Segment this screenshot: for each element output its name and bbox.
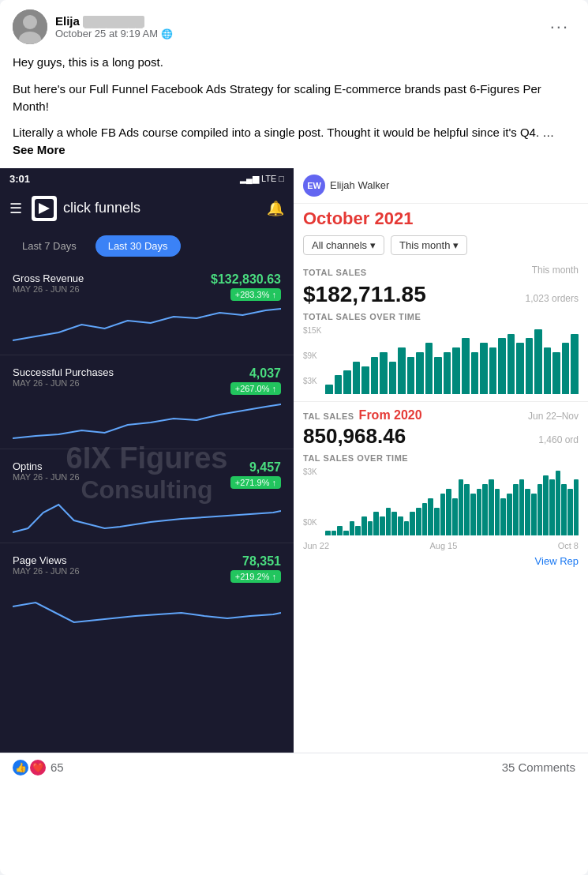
- metric-gross-revenue: Gross Revenue MAY 26 - JUN 26 $132,830.6…: [0, 265, 294, 351]
- tab-last7[interactable]: Last 7 Days: [9, 235, 89, 257]
- metric-badge: +271.9% ↑: [230, 476, 281, 489]
- see-more-button[interactable]: See More: [13, 143, 66, 156]
- user-name: Elijah Walker: [330, 179, 389, 191]
- y2-axis-label: $0K: [303, 518, 317, 527]
- user-badge: EW: [303, 175, 325, 197]
- author-name[interactable]: Elija ████████: [55, 14, 544, 28]
- bar: [574, 479, 579, 535]
- bar: [516, 343, 524, 393]
- bar: [404, 521, 410, 535]
- post-text-line2: But here's our Full Funnel Facebook Ads …: [13, 81, 575, 115]
- divider: [294, 401, 588, 402]
- metric-sublabel: MAY 26 - JUN 26: [13, 566, 80, 576]
- bar: [368, 521, 373, 535]
- more-options-button[interactable]: ···: [544, 13, 575, 40]
- chart2-label: TAL SALES OVER TIME: [294, 450, 588, 464]
- bar: [489, 479, 494, 535]
- post-header: Elija ████████ October 25 at 9:19 AM 🌐 ·…: [0, 0, 588, 51]
- status-time: 3:01: [9, 173, 30, 185]
- from2020-section-label: TAL SALES: [303, 411, 354, 421]
- bar: [498, 338, 506, 393]
- author-info: Elija ████████ October 25 at 9:19 AM 🌐: [55, 14, 544, 39]
- bar: [464, 484, 470, 535]
- metric-label: Page Views: [13, 554, 80, 566]
- avatar: [13, 9, 47, 44]
- metric-pageviews: Page Views MAY 26 - JUN 26 78,351 +219.2…: [0, 546, 294, 633]
- period-filter-button[interactable]: This month ▾: [391, 235, 467, 255]
- bar: [544, 347, 552, 394]
- reactions-left: 👍 ❤️ 65: [13, 760, 64, 775]
- metric-label: Gross Revenue: [13, 272, 84, 284]
- bar: [470, 494, 476, 535]
- bar: [452, 498, 458, 535]
- cf-logo-text: click funnels: [63, 200, 140, 216]
- bar: [416, 508, 421, 535]
- bar: [355, 526, 361, 535]
- bell-icon[interactable]: 🔔: [267, 200, 284, 217]
- comments-count[interactable]: 35 Comments: [502, 760, 575, 774]
- like-icon: 👍: [13, 760, 28, 775]
- total-sales-value: $182,711.85: [303, 282, 426, 307]
- post-text-line1: Hey guys, this is a long post.: [13, 54, 575, 71]
- metric-label: Successful Purchases: [13, 366, 114, 378]
- bar: [373, 512, 379, 535]
- bar: [571, 334, 579, 394]
- bar: [361, 366, 369, 394]
- bar: [525, 489, 530, 535]
- bar: [556, 471, 561, 535]
- bar: [500, 498, 506, 535]
- bar: [361, 516, 367, 535]
- bar: [462, 338, 470, 393]
- bar: [543, 475, 549, 535]
- bar: [440, 494, 446, 535]
- bar: [425, 343, 433, 393]
- bar: [477, 489, 482, 535]
- hamburger-icon[interactable]: ☰: [9, 200, 22, 217]
- bar: [480, 343, 488, 393]
- bar: [398, 516, 403, 535]
- reactions-bar: 👍 ❤️ 65 35 Comments: [0, 753, 588, 782]
- bar: [325, 385, 333, 394]
- clickfunnels-panel: 3:01 ▂▄▆ LTE □ ☰ click funnels 🔔: [0, 168, 294, 753]
- post-card: Elija ████████ October 25 at 9:19 AM 🌐 ·…: [0, 0, 588, 875]
- bar: [391, 512, 397, 535]
- bar: [495, 489, 500, 535]
- bar: [343, 370, 351, 393]
- bar: [398, 347, 406, 394]
- bar: [410, 512, 415, 535]
- cf-logo: click funnels: [32, 196, 140, 221]
- y-axis-label: $9K: [303, 351, 317, 360]
- from2020-chart: $3K $0K: [294, 464, 588, 539]
- bar: [513, 484, 519, 535]
- bar: [422, 503, 428, 535]
- tab-last30[interactable]: Last 30 Days: [96, 235, 181, 257]
- metric-value: 4,037: [230, 366, 281, 381]
- bar: [459, 479, 464, 535]
- bar-chart2: [325, 464, 579, 535]
- bar: [489, 347, 497, 394]
- bar: [507, 334, 515, 394]
- bar: [337, 526, 343, 535]
- cf-logo-icon: [32, 196, 57, 221]
- dashboard-panel: EW Elijah Walker October 2021 All channe…: [294, 168, 588, 753]
- reaction-count: 65: [51, 760, 64, 774]
- view-report-button[interactable]: View Rep: [294, 552, 588, 570]
- bar: [452, 347, 460, 394]
- total-sales-label: TOTAL SALES: [303, 268, 367, 277]
- rp-header: EW Elijah Walker: [294, 168, 588, 204]
- metric-badge: +219.2% ↑: [230, 570, 281, 583]
- total-sales-meta: This month: [532, 265, 579, 276]
- post-images: 3:01 ▂▄▆ LTE □ ☰ click funnels 🔔: [0, 168, 588, 753]
- bar: [386, 508, 391, 535]
- bar: [434, 357, 442, 394]
- metric-badge: +283.3% ↑: [230, 288, 281, 301]
- post-text-line3: Literally a whole FB Ads course compiled…: [13, 124, 575, 159]
- channels-filter-button[interactable]: All channels ▾: [303, 235, 384, 255]
- love-icon: ❤️: [30, 760, 46, 775]
- bar: [534, 329, 542, 394]
- svg-point-1: [23, 15, 37, 29]
- chevron-down-icon: ▾: [370, 239, 376, 251]
- metric-chart: [13, 583, 281, 630]
- signal-icon: ▂▄▆ LTE □: [240, 174, 284, 184]
- bar: [325, 531, 331, 535]
